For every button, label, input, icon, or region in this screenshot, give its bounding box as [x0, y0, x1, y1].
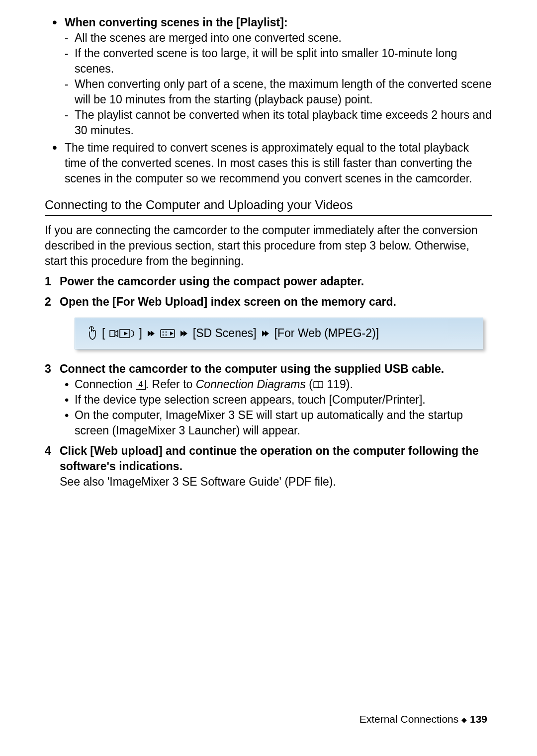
svg-point-5 [162, 331, 164, 333]
step3a-italic: Connection Diagrams [196, 378, 306, 391]
svg-marker-11 [183, 331, 187, 336]
playlist-heading-text: When converting scenes in the [Playlist]… [65, 16, 288, 29]
touch-icon [85, 325, 98, 342]
step-3-text: Connect the camcorder to the computer us… [60, 361, 492, 377]
step-4: 4 Click [Web upload] and continue the op… [45, 443, 492, 490]
section-intro: If you are connecting the camcorder to t… [45, 223, 492, 269]
connection-number-box: 4 [136, 380, 146, 390]
step-2-number: 2 [45, 294, 54, 310]
svg-marker-3 [151, 331, 155, 336]
step3a-page: 119). [324, 378, 353, 391]
dash-item-4: The playlist cannot be converted when it… [45, 107, 492, 138]
section-heading-text: Connecting to the Computer and Uploading… [45, 197, 353, 214]
step-1: 1 Power the camcorder using the compact … [45, 274, 492, 289]
camera-play-film-icon [109, 328, 135, 339]
svg-point-7 [165, 331, 167, 333]
step-4-text: Click [Web upload] and continue the oper… [60, 443, 492, 474]
step-3-sub-b: If the device type selection screen appe… [45, 392, 492, 408]
bullet-time-note: The time required to convert scenes is a… [45, 140, 492, 186]
svg-marker-13 [265, 331, 269, 336]
svg-point-8 [165, 334, 167, 336]
step-2-text: Open the [For Web Upload] index screen o… [60, 294, 492, 310]
bullet-playlist-heading: When converting scenes in the [Playlist]… [45, 15, 492, 30]
step-3-sub-c: On the computer, ImageMixer 3 SE will st… [45, 408, 492, 438]
section-underline [45, 215, 492, 216]
step-1-number: 1 [45, 274, 54, 289]
step-3-sub-a: Connection 4. Refer to Connection Diagra… [45, 377, 492, 392]
step-4-number: 4 [45, 443, 54, 490]
index-screen-icon [160, 328, 175, 339]
diamond-icon: ◆ [461, 716, 467, 724]
svg-marker-9 [170, 332, 174, 336]
svg-marker-1 [124, 332, 128, 336]
arrow-right-icon [146, 329, 156, 338]
dash-item-1: All the scenes are merged into one conve… [45, 30, 492, 46]
step3a-paren: ( [306, 378, 313, 391]
nav-for-web: [For Web (MPEG-2)] [274, 326, 379, 341]
nav-seg1-close: ] [139, 326, 142, 341]
page-number: 139 [470, 713, 487, 725]
dash-item-3: When converting only part of a scene, th… [45, 77, 492, 107]
svg-point-6 [162, 334, 164, 336]
step-3-number: 3 [45, 361, 54, 377]
nav-sd-scenes: [SD Scenes] [193, 326, 257, 341]
section-heading-row: Connecting to the Computer and Uploading… [45, 197, 492, 214]
navigation-path-box: [ ] [SD Scenes] [75, 318, 483, 349]
dash-item-2: If the converted scene is too large, it … [45, 46, 492, 77]
step-3: 3 Connect the camcorder to the computer … [45, 361, 492, 377]
book-page-ref-icon [313, 380, 324, 389]
arrow-right-icon [261, 329, 270, 338]
nav-seg1-open: [ [102, 326, 105, 341]
document-page: When converting scenes in the [Playlist]… [0, 0, 537, 756]
step3a-pre: Connection [75, 378, 136, 391]
step-4-sub: See also 'ImageMixer 3 SE Software Guide… [60, 474, 492, 490]
step-2: 2 Open the [For Web Upload] index screen… [45, 294, 492, 310]
step-1-text: Power the camcorder using the compact po… [60, 274, 492, 289]
step3a-mid: . Refer to [146, 378, 196, 391]
page-footer: External Connections ◆ 139 [359, 712, 487, 726]
arrow-right-icon [179, 329, 189, 338]
footer-section-label: External Connections [359, 713, 461, 725]
